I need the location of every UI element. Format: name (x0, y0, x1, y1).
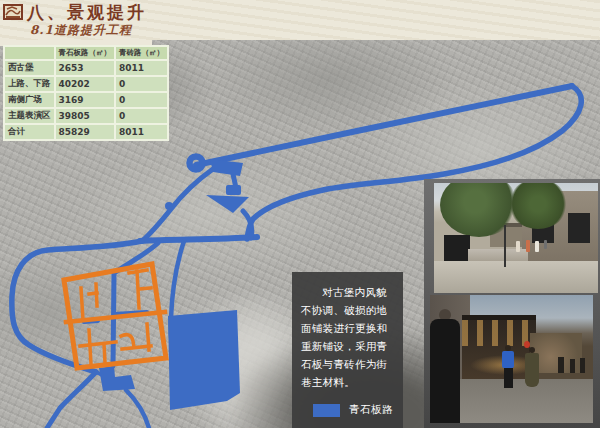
presentation-slide: { "header": { "title": "八、景观提升", "subtit… (0, 0, 600, 428)
stone-value: 39805 (55, 108, 116, 124)
table-row: 上路、下路 40202 0 (4, 76, 168, 92)
project-infobox: 对古堡内风貌不协调、破损的地面铺装进行更换和重新铺设，采用青石板与青砖作为街巷主… (292, 272, 403, 428)
landscape-stamp-icon (3, 3, 23, 21)
row-label: 合计 (4, 124, 55, 140)
brick-value: 8011 (115, 124, 168, 140)
brick-value: 0 (115, 92, 168, 108)
pedestrian (516, 241, 520, 252)
table-header-row: 青石板路（㎡） 青砖路（㎡） (4, 46, 168, 60)
legend-item: 青石板路 (313, 403, 403, 417)
pedestrian (535, 241, 539, 252)
road-area-table: 青石板路（㎡） 青砖路（㎡） 西古堡 2653 8011 上路、下路 40202… (3, 45, 169, 141)
stone-pavement (434, 261, 598, 293)
row-label: 上路、下路 (4, 76, 55, 92)
pedestrian (526, 240, 530, 252)
reference-photo-stone-street (434, 183, 598, 293)
pedestrian-dress (525, 353, 539, 387)
table-row: 主题表演区 39805 0 (4, 108, 168, 124)
pedestrian-legs (504, 368, 513, 388)
window (568, 213, 590, 243)
sign-pole (504, 225, 506, 267)
brick-value: 0 (115, 108, 168, 124)
pedestrian (580, 358, 585, 373)
project-description: 对古堡内风貌不协调、破损的地面铺装进行更换和重新铺设，采用青石板与青砖作为街巷主… (301, 283, 395, 391)
legend-label: 青石板路 (349, 403, 393, 417)
stone-value: 85829 (55, 124, 116, 140)
brick-value: 0 (115, 76, 168, 92)
row-label: 主题表演区 (4, 108, 55, 124)
pedestrian-foreground (430, 319, 460, 423)
pedestrian-blue-shirt (502, 351, 514, 368)
map-legend: 青石板路 青砖路 (292, 403, 403, 428)
stone-value: 40202 (55, 76, 116, 92)
stone-value: 2653 (55, 60, 116, 76)
pedestrian (558, 357, 564, 373)
col-header: 青砖路（㎡） (115, 46, 168, 60)
page-subtitle: 8.1道路提升工程 (30, 22, 132, 39)
reference-photo-dusk-street (430, 295, 593, 423)
row-label: 西古堡 (4, 60, 55, 76)
col-header (4, 46, 55, 60)
page-title: 八、景观提升 (27, 1, 147, 24)
stone-value: 3169 (55, 92, 116, 108)
table-row: 西古堡 2653 8011 (4, 60, 168, 76)
table-row: 南侧广场 3169 0 (4, 92, 168, 108)
table-total-row: 合计 85829 8011 (4, 124, 168, 140)
col-header: 青石板路（㎡） (55, 46, 116, 60)
pedestrian (570, 359, 575, 373)
stone-road-swatch (313, 404, 340, 417)
row-label: 南侧广场 (4, 92, 55, 108)
brick-value: 8011 (115, 60, 168, 76)
pedestrian (544, 240, 547, 249)
